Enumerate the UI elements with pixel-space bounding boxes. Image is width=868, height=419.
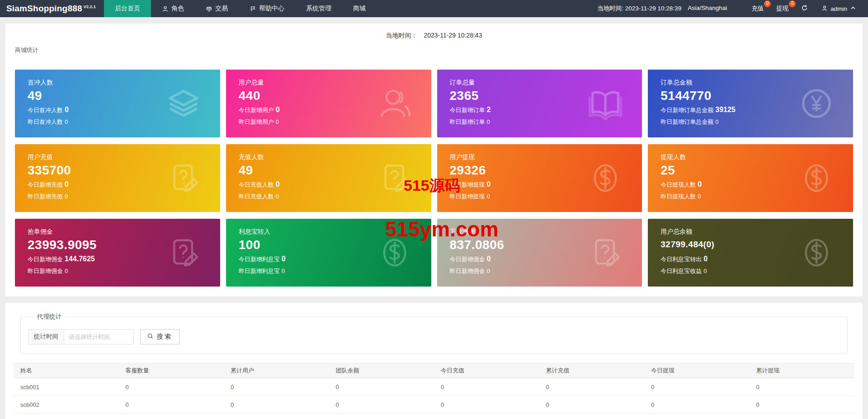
table-cell: 0 (434, 396, 539, 414)
table-cell: 0 (119, 378, 224, 396)
column-header: 今日提现 (644, 363, 750, 378)
agent-table-body: scb0010000000scb0020000000sc0030000000 (14, 378, 854, 419)
table-cell: 0 (434, 378, 539, 396)
search-button[interactable]: 搜索 (140, 329, 179, 344)
column-header: 累计用户 (224, 363, 329, 378)
search-icon (147, 333, 154, 341)
doc-edit-icon (375, 159, 414, 198)
panel-time-value: 2023-11-29 10:28:43 (424, 32, 482, 39)
timezone-text: Asia/Shanghai (688, 5, 727, 13)
agent-table: 姓名客服数量累计用户团队余额今日充值累计充值今日提现累计提现 scb001000… (14, 363, 854, 419)
table-cell: 0 (644, 414, 750, 419)
search-label: 搜索 (157, 333, 173, 341)
stat-card: 用户总余额 32799.484(0) 今日利息宝转出0 今日利息宝收益0 (648, 219, 853, 287)
panel-time-label: 当地时间： (386, 32, 418, 39)
top-bar: SiamShopping888 V2.2.1 后台首页 角色 交易 帮助中心 系… (0, 0, 868, 17)
yen-circle-icon (797, 84, 836, 123)
stat-card: 提现人数 25 今日提现人数0 昨日提现人数0 (648, 144, 853, 212)
person-icon (375, 84, 414, 123)
recharge-button[interactable]: 充值 0 (745, 0, 770, 17)
column-header: 团队余额 (329, 363, 434, 378)
table-cell: 0 (750, 378, 855, 396)
recharge-label: 充值 (751, 5, 764, 13)
flag-icon (250, 5, 256, 12)
agent-panel: 代理统计 统计时间 搜索 姓名客服数量累计用户团队余额今日充值累计充值今日提现累… (5, 303, 863, 419)
nav-item[interactable]: 系统管理 (295, 0, 342, 17)
local-time-text: 当地时间: 2023-11-29 10:28:39 (597, 5, 681, 13)
table-cell: 0 (539, 396, 645, 414)
dollar-circle-icon (797, 233, 836, 272)
withdraw-button[interactable]: 提现 0 (770, 0, 795, 17)
nav-item[interactable]: 帮助中心 (239, 0, 295, 17)
withdraw-label: 提现 (776, 5, 788, 13)
stat-card: 首冲人数 49 今日首冲人数0 昨日首冲人数0 (15, 70, 220, 137)
user-small-icon (162, 5, 169, 12)
stat-card: 订单总量 2365 今日新增订单2 昨日新增订单0 (437, 70, 642, 137)
stat-card: 用户提现 29326 今日新增提现0 昨日新增提现0 (437, 144, 642, 212)
table-cell: 0 (329, 414, 434, 419)
table-cell: 0 (119, 396, 224, 414)
filter-row: 统计时间 搜索 (28, 329, 840, 344)
panel-local-time: 当地时间： 2023-11-29 10:28:43 (15, 29, 853, 44)
nav-item[interactable]: 交易 (195, 0, 239, 17)
user-menu[interactable]: admin (814, 5, 861, 13)
nav-item[interactable]: 商城 (342, 0, 377, 17)
table-cell: scb002 (14, 396, 119, 414)
column-header: 姓名 (14, 363, 119, 378)
withdraw-badge: 0 (789, 0, 796, 7)
table-cell: 0 (224, 378, 329, 396)
nav-item[interactable]: 角色 (151, 0, 195, 17)
table-row: scb0020000000 (14, 396, 854, 414)
dollar-circle-icon (586, 159, 625, 198)
app-logo: SiamShopping888 V2.2.1 (0, 0, 104, 17)
table-cell: 0 (750, 396, 855, 414)
stat-card: 订单总金额 5144770 今日新增订单总金额39125 昨日新增订单总金额0 (648, 70, 853, 137)
doc-edit-icon (164, 159, 203, 198)
main-nav: 后台首页 角色 交易 帮助中心 系统管理 商城 (104, 0, 377, 17)
layers-icon (164, 84, 203, 123)
column-header: 今日充值 (434, 363, 539, 378)
stat-card: 用户充值 335700 今日新增充值0 昨日新增充值0 (15, 144, 220, 212)
table-cell: 0 (329, 396, 434, 414)
chevron-up-icon (850, 5, 856, 13)
admin-user-icon (821, 5, 828, 13)
table-row: sc0030000000 (14, 414, 854, 419)
stat-card: 利息宝转入 100 今日新增利息宝0 昨日新增利息宝0 (226, 219, 431, 287)
user-name: admin (830, 5, 847, 12)
table-cell: sc003 (14, 414, 119, 419)
column-header: 累计充值 (539, 363, 645, 378)
stat-card: 抢单佣金 23993.9095 今日新增佣金144.7625 昨日新增佣金0 (15, 219, 220, 287)
topbar-right: 当地时间: 2023-11-29 10:28:39 Asia/Shanghai … (597, 0, 868, 17)
table-cell: 0 (750, 414, 855, 419)
table-cell: scb001 (14, 378, 119, 396)
book-icon (586, 84, 625, 123)
refresh-button[interactable] (795, 5, 814, 13)
app-title: SiamShopping888 (6, 4, 82, 14)
table-cell: 0 (434, 414, 539, 419)
section-title: 商城统计 (15, 46, 853, 54)
column-header: 累计提现 (750, 363, 855, 378)
topbar-time: 当地时间: 2023-11-29 10:28:39 Asia/Shanghai (597, 5, 727, 13)
dollar-circle-icon (797, 159, 836, 198)
agent-stats-box: 代理统计 统计时间 搜索 (20, 313, 848, 354)
dollar-circle-icon (375, 233, 414, 272)
stat-card: 下级返佣 837.0806 今日新增佣金0 昨日新增佣金0 (437, 219, 642, 287)
agent-table-head-row: 姓名客服数量累计用户团队余额今日充值累计充值今日提现累计提现 (14, 363, 854, 378)
agent-stats-legend: 代理统计 (33, 313, 65, 321)
stat-card: 充值人数 49 今日充值人数0 昨日充值人数0 (226, 144, 431, 212)
nav-item[interactable]: 后台首页 (104, 0, 151, 17)
table-cell: 0 (224, 396, 329, 414)
doc-edit-icon (586, 233, 625, 272)
column-header: 客服数量 (119, 363, 224, 378)
app-version: V2.2.1 (84, 5, 96, 9)
table-row: scb0010000000 (14, 378, 854, 396)
table-cell: 0 (644, 396, 750, 414)
table-cell: 0 (539, 414, 645, 419)
stats-grid: 首冲人数 49 今日首冲人数0 昨日首冲人数0 用户总量 440 今日新增用户0… (15, 70, 853, 287)
stats-panel: 当地时间： 2023-11-29 10:28:43 商城统计 首冲人数 49 今… (5, 24, 863, 297)
table-cell: 0 (644, 378, 750, 396)
table-cell: 0 (224, 414, 329, 419)
stat-time-input[interactable] (64, 329, 134, 344)
stat-time-label: 统计时间 (28, 329, 64, 344)
table-cell: 0 (119, 414, 224, 419)
